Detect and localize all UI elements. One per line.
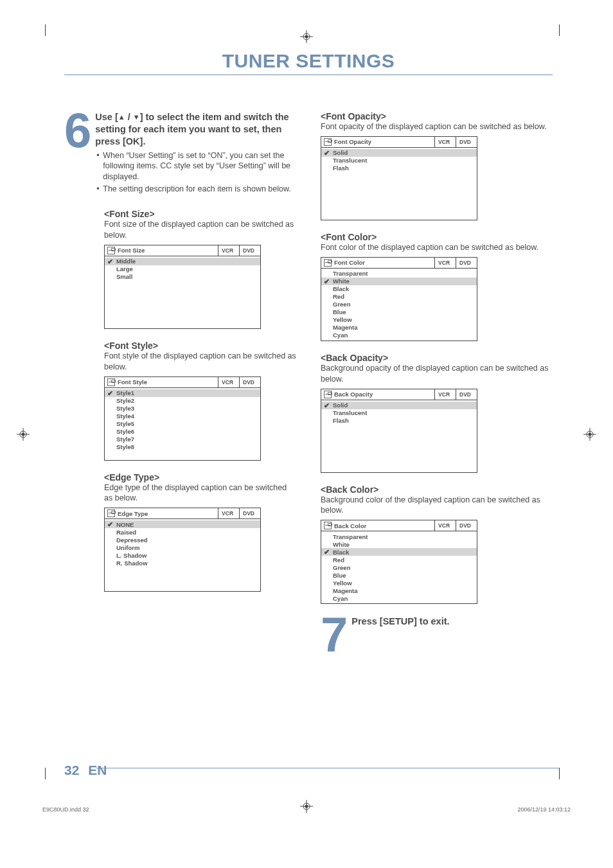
osd-panel-font-size: Font SizeVCRDVD✔MiddleLargeSmall	[104, 245, 261, 329]
page-lang: EN	[88, 763, 107, 778]
osd-option[interactable]: Cyan	[321, 594, 477, 602]
osd-option-label: Magenta	[333, 587, 358, 594]
osd-option[interactable]: Green	[321, 301, 477, 308]
osd-option-label: Translucent	[333, 157, 367, 164]
osd-option[interactable]: Transparent	[321, 270, 477, 278]
osd-screen-icon	[324, 522, 332, 529]
osd-title: Font Style	[118, 378, 215, 385]
osd-option-label: R. Shadow	[116, 560, 148, 567]
osd-option-label: Translucent	[333, 409, 367, 416]
registration-mark-icon	[300, 30, 313, 43]
page-footer: 32 EN	[64, 763, 107, 778]
osd-option-label: Red	[333, 556, 344, 563]
crop-mark	[559, 24, 560, 36]
osd-option[interactable]: Large	[105, 265, 260, 273]
osd-option[interactable]: ✔Style1	[105, 389, 260, 397]
osd-option[interactable]: Green	[321, 563, 477, 571]
osd-option-label: L. Shadow	[116, 552, 147, 559]
osd-option-label: Style7	[116, 436, 134, 443]
osd-option[interactable]: Red	[321, 293, 477, 301]
osd-option[interactable]: Yellow	[321, 579, 477, 587]
osd-option[interactable]: Magenta	[321, 324, 477, 332]
osd-option[interactable]: Red	[321, 556, 477, 563]
section-desc: Font opacity of the displayed caption ca…	[321, 121, 553, 132]
osd-option[interactable]: Uniform	[105, 544, 260, 551]
osd-title: Font Size	[118, 247, 215, 254]
section-desc: Background opacity of the displayed capt…	[321, 363, 553, 385]
bullet: When “User Setting” is set to “ON”, you …	[96, 150, 296, 183]
osd-option[interactable]: ✔Black	[321, 548, 477, 556]
osd-panel-edge-type: Edge TypeVCRDVD✔NONERaisedDepressedUnifo…	[104, 508, 261, 592]
step-lead: Use [▲ / ▼] to select the item and switc…	[95, 111, 296, 148]
text: /	[125, 112, 133, 122]
footer-rule	[96, 768, 559, 768]
osd-option-label: Red	[333, 293, 344, 300]
osd-option-label: Middle	[116, 258, 136, 265]
osd-option[interactable]: Small	[105, 273, 260, 281]
osd-option[interactable]: Translucent	[321, 409, 477, 417]
osd-screen-icon	[324, 391, 332, 398]
osd-option[interactable]: Black	[321, 285, 477, 293]
section-desc: Edge type of the displayed caption can b…	[104, 483, 296, 504]
osd-option-label: Black	[333, 285, 349, 292]
osd-option-label: Blue	[333, 308, 346, 315]
osd-option[interactable]: White	[321, 540, 477, 548]
osd-title: Back Color	[334, 522, 432, 529]
osd-option[interactable]: ✔NONE	[105, 520, 260, 528]
osd-option[interactable]: Style7	[105, 436, 260, 443]
osd-option-label: Cyan	[333, 595, 348, 602]
section-label: <Font Color>	[321, 232, 553, 242]
osd-option[interactable]: Style8	[105, 443, 260, 451]
osd-option[interactable]: ✔Middle	[105, 258, 260, 265]
osd-option[interactable]: L. Shadow	[105, 551, 260, 559]
osd-option-label: Solid	[333, 402, 348, 409]
osd-option-label: Raised	[116, 529, 136, 536]
step-6: 6 Use [▲ / ▼] to select the item and swi…	[64, 111, 296, 196]
osd-option[interactable]: Magenta	[321, 587, 477, 594]
osd-option[interactable]: Translucent	[321, 157, 477, 164]
osd-option-label: Style2	[116, 397, 134, 404]
osd-screen-icon	[324, 259, 332, 267]
osd-title: Font Color	[334, 259, 432, 266]
osd-option[interactable]: Blue	[321, 308, 477, 316]
section-desc: Background color of the displayed captio…	[321, 495, 553, 517]
section-desc: Font style of the displayed caption can …	[104, 351, 296, 373]
section-desc: Font color of the displayed caption can …	[321, 242, 553, 253]
osd-tab-dvd: DVD	[456, 520, 474, 531]
osd-option[interactable]: ✔White	[321, 278, 477, 285]
arrow-up-icon: ▲	[118, 113, 125, 121]
osd-option[interactable]: Style2	[105, 397, 260, 405]
osd-title: Back Opacity	[334, 391, 432, 398]
osd-option[interactable]: Cyan	[321, 332, 477, 339]
osd-panel-back-color: Back ColorVCRDVDTransparentWhite✔BlackRe…	[321, 520, 477, 604]
osd-option[interactable]: Flash	[321, 164, 477, 172]
osd-option-label: White	[333, 278, 350, 285]
step-lead: Press [SETUP] to exit.	[351, 616, 553, 628]
osd-option-label: Blue	[333, 572, 346, 579]
osd-option[interactable]: Raised	[105, 528, 260, 536]
osd-option-label: Yellow	[333, 580, 352, 587]
osd-option[interactable]: Yellow	[321, 316, 477, 324]
osd-panel-back-opacity: Back OpacityVCRDVD✔SolidTranslucentFlash	[321, 389, 477, 473]
osd-option[interactable]: ✔Solid	[321, 402, 477, 409]
osd-option[interactable]: ✔Solid	[321, 149, 477, 157]
section-label: <Back Color>	[321, 484, 553, 495]
section-desc: Font size of the displayed caption can b…	[104, 219, 296, 241]
osd-option-label: Cyan	[333, 332, 348, 339]
osd-option-label: Flash	[333, 164, 349, 172]
osd-title: Edge Type	[118, 510, 215, 517]
crop-mark	[559, 768, 560, 779]
section-label: <Font Style>	[104, 341, 296, 351]
osd-option[interactable]: Blue	[321, 571, 477, 579]
osd-option[interactable]: Depressed	[105, 536, 260, 544]
osd-option[interactable]: Flash	[321, 417, 477, 425]
print-footer: E9C80UD.indd 32 2006/12/19 14:03:12	[42, 806, 571, 813]
osd-title: Font Opacity	[334, 138, 432, 145]
osd-option[interactable]: R. Shadow	[105, 559, 260, 567]
osd-option[interactable]: Style3	[105, 405, 260, 412]
osd-option[interactable]: Transparent	[321, 533, 477, 540]
osd-option[interactable]: Style6	[105, 428, 260, 436]
osd-option[interactable]: Style4	[105, 412, 260, 420]
osd-option-label: Yellow	[333, 316, 352, 323]
osd-option[interactable]: Style5	[105, 420, 260, 428]
